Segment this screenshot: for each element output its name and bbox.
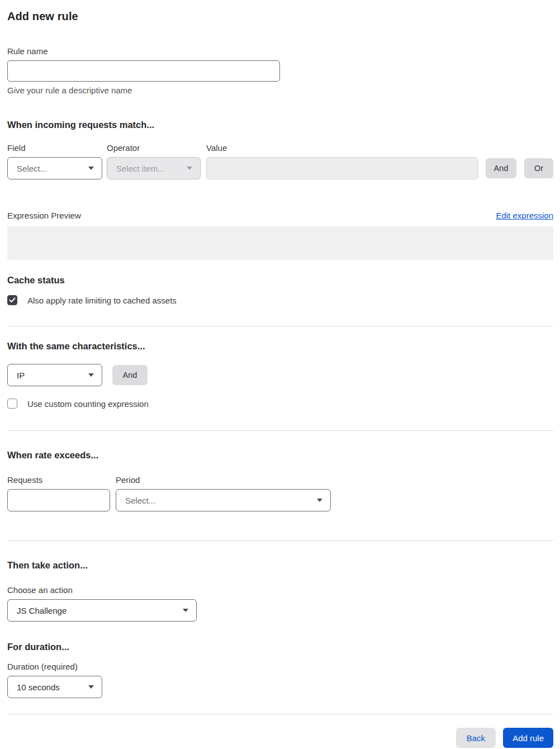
divider (7, 430, 553, 431)
back-button[interactable]: Back (456, 728, 496, 748)
and-button[interactable]: And (486, 158, 516, 178)
field-select-value: Select... (17, 164, 47, 173)
period-label: Period (116, 475, 331, 485)
characteristic-select-value: IP (17, 371, 25, 380)
characteristics-heading: With the same characteristics... (7, 341, 553, 352)
divider (7, 326, 553, 326)
page-title: Add new rule (7, 10, 553, 23)
field-label: Field (7, 143, 102, 153)
chevron-down-icon (88, 167, 94, 170)
divider (7, 541, 553, 541)
duration-heading: For duration... (7, 642, 553, 652)
rule-name-input[interactable] (7, 60, 280, 82)
cached-assets-checkbox[interactable] (7, 295, 17, 305)
cached-assets-checkbox-label: Also apply rate limiting to cached asset… (27, 296, 177, 305)
period-select[interactable]: Select... (116, 489, 331, 511)
action-select-value: JS Challenge (17, 606, 67, 615)
chevron-down-icon (317, 499, 322, 502)
custom-counting-checkbox[interactable] (7, 399, 17, 409)
characteristic-and-button[interactable]: And (112, 365, 148, 385)
chevron-down-icon (187, 167, 192, 170)
characteristic-select[interactable]: IP (7, 364, 102, 386)
match-heading: When incoming requests match... (7, 120, 553, 130)
rule-name-helper: Give your rule a descriptive name (7, 86, 553, 95)
action-heading: Then take action... (7, 560, 553, 571)
operator-select[interactable]: Select item... (107, 157, 201, 179)
rate-heading: When rate exceeds... (7, 450, 553, 461)
action-label: Choose an action (7, 585, 553, 595)
custom-counting-checkbox-label: Use custom counting expression (27, 399, 149, 409)
operator-select-value: Select item... (116, 164, 165, 173)
or-button[interactable]: Or (524, 158, 553, 178)
chevron-down-icon (88, 685, 94, 689)
duration-select[interactable]: 10 seconds (7, 676, 102, 698)
add-rule-form: Add new rule Rule name Give your rule a … (0, 0, 560, 749)
cache-status-heading: Cache status (7, 275, 553, 286)
operator-label: Operator (107, 143, 201, 153)
divider (7, 714, 553, 714)
check-icon (9, 297, 16, 303)
expression-preview-label: Expression Preview (7, 211, 81, 220)
period-select-value: Select... (125, 496, 155, 505)
value-input[interactable] (206, 157, 478, 179)
duration-select-value: 10 seconds (17, 682, 60, 692)
expression-preview-box (7, 226, 553, 260)
chevron-down-icon (88, 373, 94, 377)
value-label: Value (206, 143, 478, 153)
requests-input[interactable] (7, 489, 110, 511)
add-rule-button[interactable]: Add rule (503, 728, 553, 748)
requests-label: Requests (7, 475, 110, 485)
action-select[interactable]: JS Challenge (7, 599, 197, 622)
chevron-down-icon (183, 609, 188, 612)
field-select[interactable]: Select... (7, 157, 102, 179)
rule-name-label: Rule name (7, 46, 553, 56)
edit-expression-link[interactable]: Edit expression (496, 211, 553, 220)
duration-label: Duration (required) (7, 662, 553, 671)
